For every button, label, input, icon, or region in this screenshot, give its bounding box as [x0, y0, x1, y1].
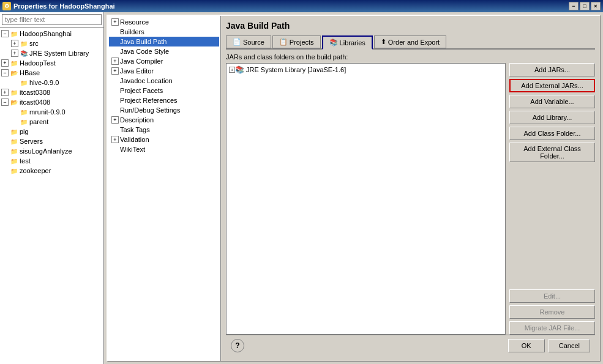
content-split: + 📚 JRE System Library [JavaSE-1.6] Add …: [226, 63, 595, 335]
tree-item-test[interactable]: 📁 test: [1, 156, 102, 166]
servers-icon: 📁: [10, 137, 18, 146]
itcast0308-icon: 📁: [10, 88, 18, 97]
tree-item-hive[interactable]: 📁 hive-0.9.0: [1, 78, 102, 87]
dialog-main: Java Build Path 📄 Source 📋 Projects 📚: [221, 16, 600, 361]
window-title: Properties for HadoopShanghai: [13, 2, 115, 10]
add-class-folder-button[interactable]: Add Class Folder...: [509, 127, 595, 140]
nav-item-javadoc-location[interactable]: Javadoc Location: [109, 76, 219, 86]
nav-item-resource[interactable]: + Resource: [109, 17, 219, 27]
nav-item-builders[interactable]: Builders: [109, 27, 219, 37]
nav-item-java-editor[interactable]: + Java Editor: [109, 66, 219, 76]
remove-button[interactable]: Remove: [509, 305, 595, 319]
pig-icon: 📁: [10, 127, 18, 136]
cancel-button[interactable]: Cancel: [549, 339, 590, 352]
dialog-box: + Resource Builders Java Build Path Java…: [107, 15, 601, 362]
sisulog-icon: 📁: [10, 147, 18, 155]
migrate-jar-button[interactable]: Migrate JAR File...: [509, 321, 595, 335]
tree-item-sisulog[interactable]: 📁 sisuLogAnlanlyze: [1, 146, 102, 156]
nav-item-run-debug-settings[interactable]: Run/Debug Settings: [109, 105, 219, 115]
nav-item-validation[interactable]: + Validation: [109, 135, 219, 144]
expand-hadoopshanghai[interactable]: −: [1, 30, 9, 37]
parent-icon: 📁: [20, 117, 28, 126]
source-tab-icon: 📄: [233, 38, 241, 46]
app-icon: ⚙: [2, 2, 11, 10]
jars-panel[interactable]: + 📚 JRE System Library [JavaSE-1.6]: [226, 63, 506, 335]
jar-tree-item-jre[interactable]: + 📚 JRE System Library [JavaSE-1.6]: [228, 65, 504, 75]
order-tab-icon: ⬆: [381, 38, 386, 46]
mrunit-icon: 📁: [20, 108, 28, 116]
maximize-button[interactable]: □: [580, 2, 590, 10]
edit-button[interactable]: Edit...: [509, 289, 595, 303]
tab-projects[interactable]: 📋 Projects: [272, 35, 321, 48]
src-icon: 📁: [20, 39, 28, 48]
hbase-icon: 📂: [10, 69, 18, 77]
add-variable-button[interactable]: Add Variable...: [509, 95, 595, 108]
zookeeper-icon: 📁: [10, 166, 18, 175]
tree-item-mrunit[interactable]: 📁 mrunit-0.9.0: [1, 107, 102, 117]
ok-button[interactable]: OK: [508, 339, 545, 352]
projects-tab-icon: 📋: [279, 38, 288, 46]
tree-item-hbase[interactable]: − 📂 HBase: [1, 68, 102, 78]
expand-jre[interactable]: +: [11, 50, 18, 57]
nav-item-project-facets[interactable]: Project Facets: [109, 86, 219, 95]
properties-panel: + Resource Builders Java Build Path Java…: [104, 12, 603, 364]
jre-icon: 📚: [20, 49, 28, 58]
hive-icon: 📁: [20, 78, 28, 87]
tree-item-hadoopshanghai[interactable]: − 📁 HadoopShanghai: [1, 29, 102, 39]
tree-item-parent[interactable]: 📁 parent: [1, 117, 102, 127]
bottom-buttons: OK Cancel: [508, 339, 590, 352]
add-library-button[interactable]: Add Library...: [509, 111, 595, 124]
tree-item-itcast0408[interactable]: − 📂 itcast0408: [1, 97, 102, 107]
expand-src[interactable]: +: [11, 40, 18, 47]
expand-java-editor[interactable]: +: [111, 67, 119, 75]
jars-label: JARs and class folders on the build path…: [226, 53, 595, 61]
nav-item-java-compiler[interactable]: + Java Compiler: [109, 56, 219, 66]
tree-item-pig[interactable]: 📁 pig: [1, 127, 102, 136]
expand-resource[interactable]: +: [111, 18, 119, 26]
add-external-jars-button[interactable]: Add External JARs...: [509, 79, 595, 92]
expand-jre-jar[interactable]: +: [229, 67, 235, 73]
nav-item-java-build-path[interactable]: Java Build Path: [109, 37, 219, 46]
expand-hbase[interactable]: −: [1, 69, 9, 76]
tab-source[interactable]: 📄 Source: [226, 35, 271, 48]
tree-item-src[interactable]: + 📁 src: [1, 39, 102, 48]
nav-item-task-repository[interactable]: + Description: [109, 115, 219, 125]
minimize-button[interactable]: −: [569, 2, 579, 10]
add-jars-button[interactable]: Add JARs...: [509, 63, 595, 76]
libraries-tab-icon: 📚: [329, 39, 338, 46]
dialog-content: + Resource Builders Java Build Path Java…: [108, 16, 600, 361]
filter-input[interactable]: [2, 14, 102, 25]
hadooptest-icon: 📁: [10, 59, 18, 67]
nav-item-task-tags[interactable]: Task Tags: [109, 125, 219, 135]
jar-icon: 📚: [235, 65, 244, 74]
test-icon: 📁: [10, 157, 18, 165]
itcast0408-icon: 📂: [10, 98, 18, 106]
tab-libraries[interactable]: 📚 Libraries: [322, 35, 373, 50]
dialog-bottom: ? OK Cancel: [226, 335, 595, 356]
expand-itcast0308[interactable]: +: [1, 89, 9, 96]
expand-java-compiler[interactable]: +: [111, 58, 119, 65]
expand-hadooptest[interactable]: +: [1, 59, 9, 67]
close-button[interactable]: ×: [591, 2, 601, 10]
expand-itcast0408[interactable]: −: [1, 98, 9, 106]
expand-validation[interactable]: +: [111, 136, 119, 143]
nav-item-java-code-style[interactable]: Java Code Style: [109, 46, 219, 56]
nav-item-wikitext[interactable]: WikiText: [109, 144, 219, 154]
tabs-bar: 📄 Source 📋 Projects 📚 Libraries ⬆: [226, 35, 595, 50]
buttons-panel: Add JARs... Add External JARs... Add Var…: [509, 63, 595, 335]
project-explorer: − 📁 HadoopShanghai + 📁 src + 📚 JRE Syste…: [0, 12, 104, 364]
project-tree: − 📁 HadoopShanghai + 📁 src + 📚 JRE Syste…: [0, 28, 103, 364]
expand-task-repository[interactable]: +: [111, 116, 119, 124]
tree-item-zookeeper[interactable]: 📁 zookeeper: [1, 166, 102, 176]
tree-item-servers[interactable]: 📁 Servers: [1, 136, 102, 146]
tree-item-hadooptest[interactable]: + 📁 HadoopTest: [1, 58, 102, 68]
dialog-nav: + Resource Builders Java Build Path Java…: [108, 16, 221, 361]
add-external-class-folder-button[interactable]: Add External Class Folder...: [509, 143, 595, 162]
nav-item-project-references[interactable]: Project References: [109, 95, 219, 105]
folder-icon: 📁: [10, 29, 18, 38]
help-button[interactable]: ?: [231, 339, 244, 352]
tab-order-export[interactable]: ⬆ Order and Export: [374, 35, 446, 48]
tree-item-itcast0308[interactable]: + 📁 itcast0308: [1, 87, 102, 97]
page-title: Java Build Path: [226, 21, 595, 31]
tree-item-jre[interactable]: + 📚 JRE System Library: [1, 48, 102, 58]
